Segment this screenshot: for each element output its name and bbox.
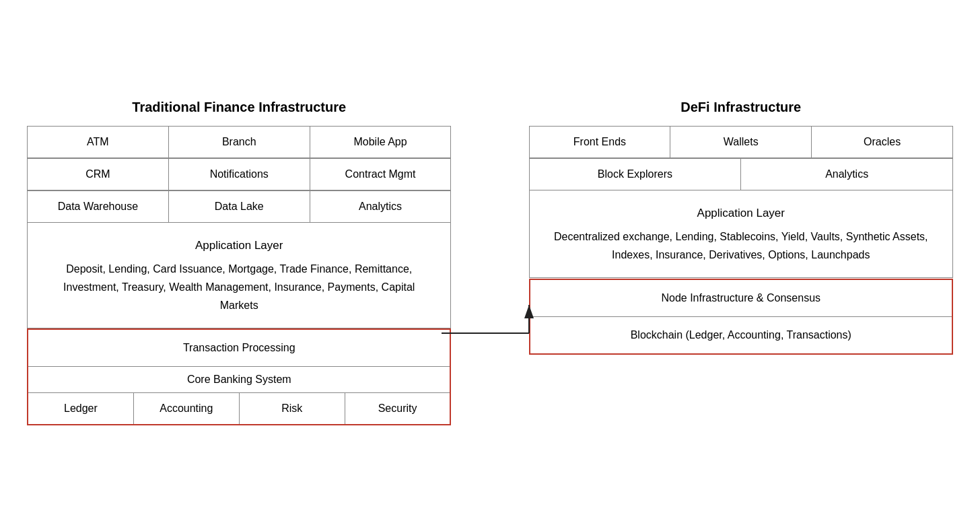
cell-crm: CRM (28, 158, 169, 190)
right-row1: Front Ends Wallets Oracles (529, 126, 953, 158)
cell-risk: Risk (240, 393, 345, 424)
cell-data-warehouse: Data Warehouse (28, 190, 169, 223)
arrow-svg (435, 300, 542, 340)
core-cells-row: Ledger Accounting Risk Security (28, 393, 450, 424)
left-red-section: Transaction Processing Core Banking Syst… (27, 328, 451, 425)
cell-wallets: Wallets (670, 126, 812, 158)
cell-ledger: Ledger (28, 393, 134, 424)
diagram-container: Traditional Finance Infrastructure ATM B… (0, 79, 980, 446)
right-red-section: Node Infrastructure & Consensus Blockcha… (529, 279, 953, 355)
left-row1: ATM Branch Mobile App (27, 126, 451, 158)
cell-branch: Branch (169, 126, 310, 158)
cell-atm: ATM (28, 126, 169, 158)
right-title: DeFi Infrastructure (529, 100, 953, 115)
left-app-layer-content: Deposit, Lending, Card Issuance, Mortgag… (44, 260, 434, 315)
left-row2: CRM Notifications Contract Mgmt (27, 158, 451, 190)
right-app-layer-title: Application Layer (546, 204, 936, 223)
right-app-layer: Application Layer Decentralized exchange… (529, 190, 953, 278)
cell-contract-mgmt: Contract Mgmt (310, 158, 452, 190)
left-app-layer: Application Layer Deposit, Lending, Card… (27, 223, 451, 328)
left-row3: Data Warehouse Data Lake Analytics (27, 190, 451, 223)
left-column: Traditional Finance Infrastructure ATM B… (27, 100, 451, 425)
left-title: Traditional Finance Infrastructure (27, 100, 451, 115)
left-app-layer-title: Application Layer (44, 236, 434, 256)
cell-accounting: Accounting (134, 393, 240, 424)
cell-notifications: Notifications (169, 158, 310, 190)
cell-security: Security (345, 393, 450, 424)
cell-front-ends: Front Ends (530, 126, 671, 158)
cell-mobile-app: Mobile App (310, 126, 452, 158)
core-banking-label: Core Banking System (28, 367, 450, 393)
cell-analytics-left: Analytics (310, 190, 452, 223)
right-column: DeFi Infrastructure Front Ends Wallets O… (529, 100, 953, 355)
cell-analytics-right: Analytics (741, 158, 953, 190)
cell-block-explorers: Block Explorers (530, 158, 742, 190)
right-app-layer-content: Decentralized exchange, Lending, Stablec… (546, 228, 936, 264)
cell-data-lake: Data Lake (169, 190, 310, 223)
right-row2: Block Explorers Analytics (529, 158, 953, 190)
blockchain: Blockchain (Ledger, Accounting, Transact… (530, 317, 952, 353)
cell-oracles: Oracles (812, 126, 953, 158)
node-infrastructure: Node Infrastructure & Consensus (530, 280, 952, 317)
transaction-processing: Transaction Processing (28, 330, 450, 367)
